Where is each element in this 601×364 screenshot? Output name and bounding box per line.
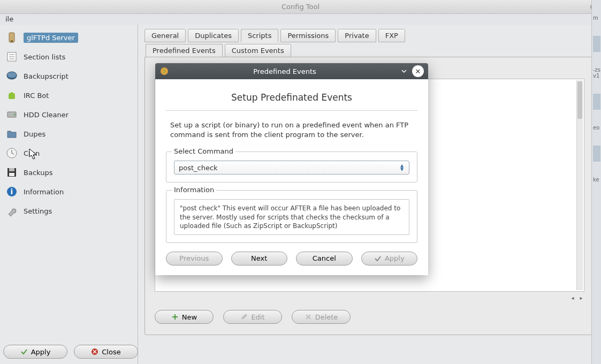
dialog-titlebar[interactable]: Predefined Events ✕ [155,63,428,79]
vertical-scrollbar[interactable] [576,80,583,290]
dialog-title: Predefined Events [173,67,396,75]
sidebar-item-label: Information [24,188,64,196]
sidebar: glFTPd Server Section lists Backupscript… [0,25,138,364]
folder-icon [5,127,18,140]
svg-rect-17 [9,168,14,171]
apply-button[interactable]: Apply [3,345,67,359]
sidebar-item-hdd-cleaner[interactable]: HDD Cleaner [0,105,138,124]
close-button-label: Close [102,348,120,356]
sidebar-item-label: Backupscript [24,72,69,80]
list-icon [5,50,18,63]
tab-fxp[interactable]: FXP [378,29,405,42]
svg-point-7 [7,72,17,78]
scrollbar-thumb[interactable] [577,81,582,119]
window-title: Config Tool [282,3,319,11]
spinner-icon[interactable]: ▲▼ [398,163,406,172]
pencil-icon [240,313,248,321]
scroll-left-icon[interactable]: ◂ [569,294,576,301]
command-select[interactable]: post_check ▲▼ [174,161,409,175]
new-button[interactable]: New [155,310,214,324]
plus-icon [171,313,179,321]
dialog-app-icon [159,66,169,76]
sidebar-item-label: Cron [24,149,40,157]
right-cropped-panel: m -zs v1 eo ke [591,0,601,364]
tab-permissions[interactable]: Permissions [280,29,336,42]
subtab-custom-events[interactable]: Custom Events [225,44,291,57]
previous-button-label: Previous [179,254,209,262]
sidebar-item-label: Settings [24,207,52,215]
info-icon: i [5,185,18,198]
svg-point-1 [11,40,13,42]
sidebar-item-label: Backups [24,169,52,177]
sidebar-item-irc-bot[interactable]: IRC Bot [0,86,138,105]
delete-button-label: Delete [315,313,338,321]
sidebar-item-backupscript[interactable]: Backupscript [0,66,138,86]
dialog-close-icon[interactable]: ✕ [412,65,424,77]
sidebar-item-label: HDD Cleaner [24,111,69,119]
svg-text:i: i [11,187,13,196]
fragment-text: ke [593,177,601,183]
menu-file[interactable]: ile [2,14,17,24]
tab-scripts[interactable]: Scripts [241,29,278,42]
android-icon [5,89,18,102]
dialog-description: Set up a script (or binary) to run on a … [166,118,417,151]
next-button-label: Next [251,254,267,262]
close-icon [91,348,98,355]
check-icon [20,348,28,355]
subtab-predefined-events[interactable]: Predefined Events [146,44,223,57]
cancel-button-label: Cancel [313,254,336,262]
sidebar-item-information[interactable]: i Information [0,182,138,201]
check-icon [374,255,382,262]
dialog-predefined-events: Predefined Events ✕ Setup Predefinated E… [155,63,428,275]
information-legend: Information [172,186,216,194]
dialog-collapse-icon[interactable] [398,65,410,77]
thumb-icon [593,36,600,52]
dialog-button-row: Previous Next Cancel Apply [166,252,417,266]
drive-icon [5,108,18,121]
sidebar-item-label: Section lists [24,53,65,61]
sidebar-item-section-lists[interactable]: Section lists [0,47,138,66]
svg-rect-8 [9,94,15,99]
next-button[interactable]: Next [231,252,288,266]
horizontal-scroll: ◂ ▸ [155,294,584,301]
dialog-body: Setup Predefinated Events Set up a scrip… [155,79,428,275]
tab-duplicates[interactable]: Duplicates [188,29,239,42]
information-text: "post check" This event will occur AFTER… [174,199,409,235]
delete-button: Delete [292,310,351,324]
cancel-button[interactable]: Cancel [296,252,353,266]
information-fieldset: Information "post check" This event will… [166,190,417,243]
tab-private[interactable]: Private [338,29,376,42]
dialog-heading: Setup Predefinated Events [166,87,417,111]
scroll-right-icon[interactable]: ▸ [578,294,584,301]
svg-point-22 [161,67,168,75]
sidebar-item-label: Dupes [24,130,45,138]
disk-icon [5,70,18,82]
fragment-text: m [593,15,601,21]
thumb-icon [593,94,600,110]
svg-point-9 [10,92,11,93]
dialog-apply-button-label: Apply [385,254,405,262]
close-button[interactable]: Close [74,345,138,359]
dialog-apply-button: Apply [361,252,418,266]
tabbar: General Duplicates Scripts Permissions P… [144,29,595,42]
sidebar-item-backups[interactable]: Backups [0,163,138,182]
thumb-icon [593,146,600,162]
server-icon [5,31,18,44]
window-titlebar: Config Tool [0,0,601,14]
x-icon [305,313,312,321]
new-button-label: New [182,313,197,321]
edit-button: Edit [223,310,282,324]
sidebar-item-glftpd-server[interactable]: glFTPd Server [0,28,138,47]
edit-button-label: Edit [251,313,264,321]
command-select-value: post_check [179,164,218,172]
sidebar-item-cron[interactable]: Cron [0,143,138,163]
sidebar-item-dupes[interactable]: Dupes [0,124,138,143]
select-command-legend: Select Command [172,147,235,155]
menubar: ile [0,14,601,25]
apply-button-label: Apply [31,348,51,356]
sidebar-item-settings[interactable]: Settings [0,201,138,221]
tab-general[interactable]: General [144,29,186,42]
fragment-text: eo [593,125,601,131]
panel-action-row: New Edit Delete [155,310,351,324]
fragment-text: -zs [593,67,601,73]
